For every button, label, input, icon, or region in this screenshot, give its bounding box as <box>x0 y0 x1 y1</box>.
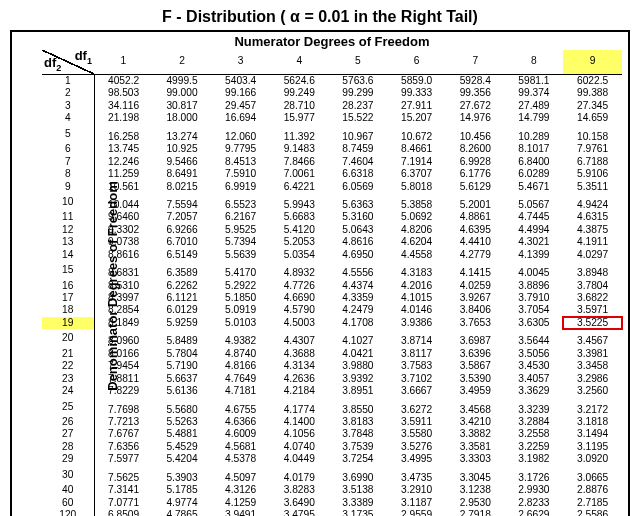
table-cell: 5981.1 <box>505 75 564 88</box>
table-cell: 7.5594 <box>153 193 212 211</box>
table-cell: 5.4671 <box>505 181 564 193</box>
table-cell: 7.5910 <box>211 168 270 180</box>
table-cell: 3.5911 <box>387 416 446 428</box>
row-header: 4 <box>42 112 94 124</box>
table-cell: 13.745 <box>94 143 153 155</box>
table-cell: 4.0146 <box>387 304 446 316</box>
table-cell: 8.8616 <box>94 249 153 261</box>
table-cell: 10.044 <box>94 193 153 211</box>
table-row: 168.53106.22625.29224.77264.43744.20164.… <box>42 280 622 292</box>
table-cell: 3.5225 <box>563 317 622 329</box>
table-cell: 3.5056 <box>505 348 564 360</box>
table-cell: 2.9530 <box>446 497 505 509</box>
table-cell: 4.3875 <box>563 224 622 236</box>
table-cell: 4.1015 <box>387 292 446 304</box>
table-cell: 4.2184 <box>270 385 329 397</box>
table-cell: 3.1238 <box>446 484 505 496</box>
table-cell: 4.7865 <box>153 509 212 516</box>
table-cell: 4999.5 <box>153 75 212 88</box>
row-header: 15 <box>42 261 94 279</box>
table-cell: 2.7185 <box>563 497 622 509</box>
table-cell: 4.6755 <box>211 398 270 416</box>
table-cell: 99.388 <box>563 87 622 99</box>
table-cell: 6.8509 <box>94 509 153 516</box>
table-cell: 5.0103 <box>211 317 270 329</box>
table-cell: 9.7795 <box>211 143 270 155</box>
table-cell: 6.3707 <box>387 168 446 180</box>
table-cell: 8.1017 <box>505 143 564 155</box>
table-cell: 5.3903 <box>153 466 212 484</box>
df-corner-cell: df2 df1 <box>42 50 94 75</box>
table-cell: 3.8896 <box>505 280 564 292</box>
table-cell: 3.3239 <box>505 398 564 416</box>
table-cell: 18.000 <box>153 112 212 124</box>
table-cell: 8.4513 <box>211 156 270 168</box>
table-cell: 5.7190 <box>153 360 212 372</box>
table-cell: 4.1708 <box>329 317 388 329</box>
table-cell: 5.0354 <box>270 249 329 261</box>
table-cell: 6.0569 <box>329 181 388 193</box>
table-cell: 7.3141 <box>94 484 153 496</box>
row-header: 20 <box>42 329 94 347</box>
col-header: 6 <box>387 50 446 75</box>
table-cell: 8.2854 <box>94 304 153 316</box>
row-header: 11 <box>42 211 94 223</box>
table-cell: 4.4558 <box>387 249 446 261</box>
table-cell: 7.6767 <box>94 428 153 440</box>
table-cell: 3.0665 <box>563 466 622 484</box>
table-cell: 99.333 <box>387 87 446 99</box>
table-cell: 6.3589 <box>153 261 212 279</box>
table-cell: 3.6490 <box>270 497 329 509</box>
table-cell: 5.4170 <box>211 261 270 279</box>
row-header: 26 <box>42 416 94 428</box>
table-cell: 5.9106 <box>563 168 622 180</box>
table-cell: 3.8183 <box>329 416 388 428</box>
table-cell: 5.0643 <box>329 224 388 236</box>
table-cell: 3.9267 <box>446 292 505 304</box>
table-cell: 30.817 <box>153 100 212 112</box>
table-cell: 3.5971 <box>563 304 622 316</box>
table-cell: 4.1399 <box>505 249 564 261</box>
col-header: 7 <box>446 50 505 75</box>
table-row: 298.50399.00099.16699.24999.29999.33399.… <box>42 87 622 99</box>
table-row: 712.2469.54668.45137.84667.46047.19146.9… <box>42 156 622 168</box>
table-cell: 4.0421 <box>329 348 388 360</box>
df2-label: df2 <box>44 55 61 74</box>
table-cell: 5.5263 <box>153 416 212 428</box>
table-cell: 3.1494 <box>563 428 622 440</box>
table-cell: 99.356 <box>446 87 505 99</box>
table-cell: 3.6667 <box>387 385 446 397</box>
row-header: 9 <box>42 181 94 193</box>
table-cell: 3.8714 <box>387 329 446 347</box>
table-cell: 5.7804 <box>153 348 212 360</box>
table-cell: 5.5680 <box>153 398 212 416</box>
table-cell: 3.7848 <box>329 428 388 440</box>
table-cell: 3.3458 <box>563 360 622 372</box>
table-cell: 7.9761 <box>563 143 622 155</box>
table-cell: 3.8951 <box>329 385 388 397</box>
table-row: 267.72135.52634.63664.14003.81833.59113.… <box>42 416 622 428</box>
table-cell: 3.5276 <box>387 441 446 453</box>
row-header: 8 <box>42 168 94 180</box>
table-cell: 4.8740 <box>211 348 270 360</box>
col-header: 3 <box>211 50 270 75</box>
table-cell: 3.2986 <box>563 373 622 385</box>
numerator-axis-label: Numerator Degrees of Freedom <box>42 34 622 49</box>
table-cell: 8.6831 <box>94 261 153 279</box>
table-cell: 8.0166 <box>94 348 153 360</box>
table-cell: 6.0289 <box>505 168 564 180</box>
table-cell: 3.5644 <box>505 329 564 347</box>
table-cell: 8.5310 <box>94 280 153 292</box>
table-cell: 3.3882 <box>446 428 505 440</box>
table-cell: 3.5390 <box>446 373 505 385</box>
table-cell: 6.9928 <box>446 156 505 168</box>
table-cell: 4.1911 <box>563 236 622 248</box>
table-cell: 5.6129 <box>446 181 505 193</box>
table-cell: 99.166 <box>211 87 270 99</box>
table-cell: 3.3981 <box>563 348 622 360</box>
table-cell: 7.2057 <box>153 211 212 223</box>
table-cell: 7.9454 <box>94 360 153 372</box>
table-cell: 12.246 <box>94 156 153 168</box>
table-cell: 4.6950 <box>329 249 388 261</box>
table-cell: 3.7539 <box>329 441 388 453</box>
